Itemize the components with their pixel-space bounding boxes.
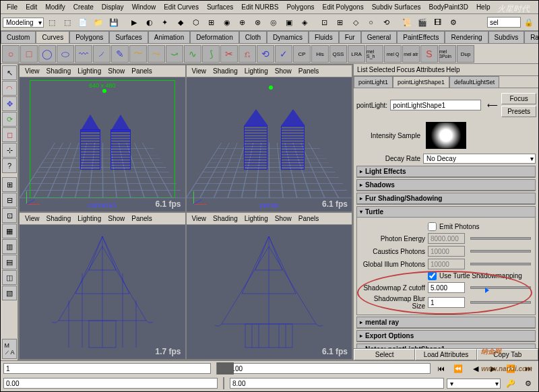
select-mask-icon[interactable]: ⬡	[189, 15, 203, 29]
nav-icon[interactable]: ⟵	[486, 100, 499, 110]
vp-menu-item[interactable]: Show	[272, 67, 294, 75]
layout-icon[interactable]: ▥	[2, 239, 17, 254]
vp-menu-item[interactable]: Show	[272, 214, 294, 223]
menu-editcurves[interactable]: Edit Curves	[160, 2, 202, 12]
tool-icon[interactable]: ⬚	[60, 15, 75, 29]
shelf-mel-icon[interactable]: S	[420, 45, 438, 63]
select-tool-icon[interactable]: ↖	[2, 65, 17, 80]
move-tool-icon[interactable]: ✥	[2, 96, 17, 111]
vp-menu-item[interactable]: Shading	[44, 67, 74, 75]
render-icon[interactable]: 🎞	[431, 15, 445, 29]
select-mask-icon[interactable]: ▶	[127, 15, 141, 29]
attr-tab-active[interactable]: pointLightShape1	[393, 76, 449, 88]
tool-icon[interactable]: ⬚	[44, 15, 59, 29]
vp-menu-item[interactable]: Lighting	[75, 214, 104, 223]
emit-photons-checkbox[interactable]	[428, 222, 437, 231]
shelf-curve-icon[interactable]: □	[20, 45, 38, 63]
vp-menu-item[interactable]: View	[189, 67, 210, 75]
lock-sel-icon[interactable]: 🔒	[521, 15, 536, 29]
attr-tab[interactable]: defaultLightSet	[449, 76, 499, 88]
menu-file[interactable]: File	[3, 2, 21, 12]
render-icon[interactable]: ⚙	[446, 15, 461, 29]
vp-menu-item[interactable]: Panels	[296, 67, 322, 75]
shelf-mel-icon[interactable]: mel S_h	[366, 45, 383, 63]
layout-icon[interactable]: ▤	[2, 255, 17, 269]
vp-menu-item[interactable]: Lighting	[242, 67, 271, 75]
shelf-mel-icon[interactable]: mel Q	[384, 45, 402, 63]
focus-button[interactable]: Focus	[501, 93, 536, 104]
menu-editpoly[interactable]: Edit Polygons	[319, 2, 367, 12]
select-mask-icon[interactable]: ⊕	[235, 15, 250, 29]
shelf-curve-icon[interactable]: ⤳	[148, 45, 165, 63]
vp-menu-item[interactable]: View	[22, 67, 42, 75]
play-end-icon[interactable]: ⏭	[521, 362, 536, 375]
layout-icon[interactable]: ⊞	[2, 177, 17, 192]
menu-help[interactable]: Help	[473, 2, 494, 12]
layout-icon[interactable]: ⊡	[2, 208, 17, 223]
play-fwd-icon[interactable]: ▶	[486, 362, 501, 375]
vp-menu-item[interactable]: Shading	[210, 67, 241, 75]
shelf-curve-icon[interactable]: ∿	[184, 45, 201, 63]
select-mask-icon[interactable]: ◈	[297, 15, 312, 29]
manip-tool-icon[interactable]: ⊹	[2, 143, 17, 158]
select-mask-icon[interactable]: ▣	[282, 15, 296, 29]
autokey-icon[interactable]: 🔑	[503, 377, 518, 390]
shelf-tab[interactable]: Fur	[339, 31, 361, 43]
layout-icon[interactable]: ⊟	[2, 193, 17, 207]
blursize-input[interactable]	[428, 297, 465, 308]
viewport-persp[interactable]: View Shading Lighting Show Panels persp …	[187, 65, 352, 211]
section-shadows[interactable]: Shadows	[357, 180, 535, 191]
section-lighteffects[interactable]: Light Effects	[357, 166, 535, 177]
tool-icon[interactable]: 📄	[75, 15, 90, 29]
shelf-tab[interactable]: Subdivs	[488, 31, 525, 43]
maya-logo-icon[interactable]: M⟋A	[2, 339, 17, 359]
shelf-tab[interactable]: Animation	[148, 31, 190, 43]
slider[interactable]	[470, 301, 531, 304]
vp-menu-item[interactable]: Shading	[210, 214, 241, 223]
time-end-input[interactable]	[223, 363, 431, 374]
shelf-curve-icon[interactable]: ⬭	[57, 45, 74, 63]
vp-menu-item[interactable]: Show	[105, 214, 127, 223]
shelf-mel-icon[interactable]: Dup	[457, 45, 474, 63]
menu-display[interactable]: Display	[98, 2, 127, 12]
node-name-input[interactable]	[390, 100, 481, 110]
copy-tab-button[interactable]: Copy Tab	[477, 349, 538, 360]
snap-icon[interactable]: ○	[364, 15, 379, 29]
mode-dropdown[interactable]: Modeling	[3, 18, 44, 28]
select-mask-icon[interactable]: ◆	[173, 15, 188, 29]
layout-icon[interactable]: ◫	[2, 270, 17, 285]
time-start-input[interactable]	[3, 363, 211, 374]
select-mask-icon[interactable]: ◎	[266, 15, 281, 29]
menu-editnurbs[interactable]: Edit NURBS	[238, 2, 282, 12]
zcutoff-input[interactable]	[428, 282, 465, 293]
shelf-curve-icon[interactable]: 〜	[129, 45, 147, 63]
layout-icon[interactable]: ▦	[2, 224, 17, 238]
vp-menu-item[interactable]: Panels	[129, 214, 155, 223]
menu-create[interactable]: Create	[70, 2, 97, 12]
scale-tool-icon[interactable]: ◻	[2, 127, 17, 142]
render-icon[interactable]: 🎬	[415, 15, 430, 29]
vp-menu-item[interactable]: Panels	[129, 67, 155, 75]
presets-button[interactable]: Presets	[501, 106, 536, 117]
attr-menu-item[interactable]: Help	[446, 66, 460, 73]
shelf-curve-icon[interactable]: ✂	[220, 45, 238, 63]
intensity-swatch[interactable]	[426, 122, 466, 149]
section-export[interactable]: Export Options	[357, 331, 535, 341]
anim-dropdown[interactable]: ▾	[447, 379, 501, 389]
select-mask-icon[interactable]: ◐	[142, 15, 157, 29]
shelf-tab[interactable]: Cloth	[239, 31, 267, 43]
vp-menu-item[interactable]: Lighting	[75, 67, 104, 75]
range-slider[interactable]	[223, 377, 224, 389]
shelf-tab[interactable]: Deformation	[190, 31, 239, 43]
shelf-tab-active[interactable]: Curves	[36, 31, 69, 43]
vp-menu-item[interactable]: Lighting	[242, 214, 271, 223]
select-mask-icon[interactable]: ✦	[158, 15, 172, 29]
layout-icon[interactable]: ▧	[2, 286, 17, 300]
range-end-input[interactable]	[230, 378, 444, 389]
viewport-front[interactable]: View Shading Lighting Show Panels	[20, 213, 185, 359]
menu-subdiv[interactable]: Subdiv Surfaces	[369, 2, 424, 12]
select-button[interactable]: Select	[354, 349, 415, 360]
shelf-tab[interactable]: Dynamics	[267, 31, 309, 43]
section-mentalray[interactable]: mental ray	[357, 317, 535, 328]
vp-menu-item[interactable]: View	[189, 214, 210, 223]
